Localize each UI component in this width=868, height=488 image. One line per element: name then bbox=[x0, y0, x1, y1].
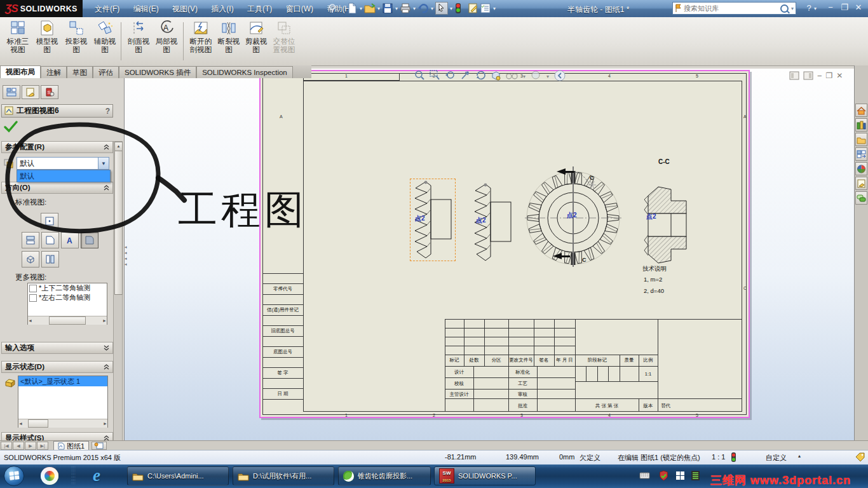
tray-keyboard-icon[interactable] bbox=[639, 470, 650, 481]
help-caret[interactable]: ▾ bbox=[813, 6, 817, 11]
search-caret[interactable]: ▾ bbox=[789, 6, 794, 11]
section-reference-configuration[interactable]: 参考配置(R) bbox=[1, 141, 113, 153]
status-display-caret[interactable]: ▴ bbox=[798, 453, 801, 459]
datum-note[interactable]: 点2 bbox=[567, 211, 577, 220]
crop-view-button[interactable]: 剪裁视图 bbox=[242, 20, 270, 63]
gear-section-view[interactable] bbox=[642, 186, 693, 264]
new-file-caret[interactable]: ▾ bbox=[359, 6, 363, 11]
tech-note-2[interactable]: 2, d=40 bbox=[644, 287, 664, 294]
scroll-left-icon[interactable]: ◄ bbox=[28, 318, 32, 323]
detail-view-button[interactable]: A 局部视图 bbox=[153, 20, 180, 63]
tab-sw-inspection[interactable]: SOLIDWORKS Inspection bbox=[196, 66, 293, 78]
sheet-nav-prev-button[interactable]: ◀ bbox=[13, 442, 24, 450]
appearance-icon[interactable] bbox=[531, 70, 541, 83]
help-icon[interactable]: ? bbox=[105, 107, 110, 116]
datum-note[interactable]: 点2 bbox=[476, 216, 486, 225]
properties-icon[interactable] bbox=[467, 3, 478, 14]
start-button[interactable] bbox=[4, 466, 24, 486]
undo-icon[interactable] bbox=[417, 3, 429, 14]
save-caret[interactable]: ▾ bbox=[395, 6, 398, 11]
taskbar-window-folder-c[interactable]: C:\Users\Admini... bbox=[127, 466, 229, 485]
tab-sw-addins[interactable]: SOLIDWORKS 插件 bbox=[119, 66, 196, 78]
datum-note[interactable]: 点2 bbox=[415, 214, 425, 223]
section-display-state[interactable]: 显示状态(D) bbox=[1, 361, 113, 373]
checkbox[interactable] bbox=[29, 294, 37, 302]
open-file-icon[interactable] bbox=[364, 3, 376, 14]
feature-manager-tab[interactable] bbox=[3, 85, 20, 99]
display-style-icon[interactable] bbox=[491, 70, 501, 83]
close-button[interactable]: ✕ bbox=[851, 3, 865, 12]
previous-view-icon[interactable] bbox=[445, 70, 456, 83]
internet-explorer-icon[interactable]: e bbox=[93, 466, 100, 485]
scroll-right-icon[interactable]: ► bbox=[102, 318, 107, 323]
undo-caret[interactable]: ▾ bbox=[430, 6, 434, 11]
menu-pin-icon[interactable] bbox=[328, 3, 337, 15]
display-state-item[interactable]: <默认>_显示状态 1 bbox=[18, 376, 107, 386]
scroll-right-icon[interactable]: ► bbox=[103, 421, 107, 426]
menu-edit[interactable]: 编辑(E) bbox=[128, 0, 165, 17]
configuration-dropdown-list[interactable]: 默认 bbox=[17, 170, 111, 182]
scroll-left-icon[interactable]: ◄ bbox=[18, 421, 23, 426]
dropdown-item-default[interactable]: 默认 bbox=[17, 170, 110, 182]
sheet-tab-1[interactable]: 图纸1 bbox=[53, 441, 89, 451]
tech-note-1[interactable]: 1, m=2 bbox=[644, 276, 662, 283]
tab-annotation[interactable]: 注解 bbox=[41, 66, 67, 78]
scroll-thumb[interactable] bbox=[49, 316, 86, 325]
select-caret[interactable]: ▾ bbox=[449, 6, 453, 11]
view-isometric-button[interactable] bbox=[22, 251, 39, 268]
pane-split-left-button[interactable] bbox=[789, 71, 799, 82]
section-import-options[interactable]: 输入选项 bbox=[1, 342, 113, 354]
open-file-caret[interactable]: ▾ bbox=[377, 6, 381, 11]
taskbar-window-folder-d[interactable]: D:\试用软件\有用... bbox=[233, 466, 334, 485]
view-annotation-button[interactable]: A bbox=[61, 232, 79, 248]
sheet-nav-last-button[interactable]: ▶| bbox=[37, 442, 48, 450]
menu-view[interactable]: 视图(V) bbox=[166, 0, 203, 17]
view-top-bottom-button[interactable] bbox=[22, 232, 39, 248]
status-display-mode[interactable]: 自定义 bbox=[766, 453, 787, 463]
menu-tools[interactable]: 工具(T) bbox=[241, 0, 278, 17]
design-library-tab[interactable] bbox=[855, 118, 867, 132]
child-close-button[interactable]: ✕ bbox=[836, 71, 843, 82]
task-pane-home-tab[interactable] bbox=[855, 104, 867, 117]
tray-antivirus-icon[interactable] bbox=[658, 470, 669, 481]
hud-caret[interactable]: ▾ bbox=[522, 74, 526, 79]
display-state-list[interactable]: <默认>_显示状态 1 ◄► bbox=[18, 376, 108, 428]
menu-window[interactable]: 窗口(W) bbox=[280, 0, 319, 17]
custom-properties-tab[interactable] bbox=[855, 177, 867, 190]
section-view-button[interactable]: 剖面视图 bbox=[125, 20, 153, 63]
status-tag-icon[interactable] bbox=[855, 452, 865, 463]
view-front-button[interactable] bbox=[41, 213, 58, 229]
restore-button[interactable]: ❐ bbox=[837, 3, 851, 12]
model-view-button[interactable]: 模型视图 bbox=[33, 20, 61, 63]
view-side-button[interactable] bbox=[41, 232, 59, 248]
break-view-button[interactable]: 断裂视图 bbox=[215, 20, 243, 63]
print-caret[interactable]: ▾ bbox=[412, 6, 416, 11]
tab-view-layout[interactable]: 视图布局 bbox=[0, 65, 41, 78]
status-traffic-light-icon[interactable] bbox=[731, 452, 736, 463]
scroll-thumb[interactable] bbox=[114, 151, 123, 295]
section-view-hud-icon[interactable] bbox=[460, 70, 471, 83]
minimize-button[interactable]: − bbox=[824, 3, 837, 12]
combo-dropdown-icon[interactable]: ▼ bbox=[98, 158, 109, 169]
graphics-area[interactable]: A C A C 1 2 3 4 5 1 2 3 4 5 零件代号 借(通)用件登… bbox=[125, 69, 854, 440]
taskbar-toolbar-handle[interactable]: ∷∷∷∷∷∷∷∷∷∷∷∷ bbox=[71, 466, 78, 486]
scroll-up-icon[interactable]: ▲ bbox=[114, 142, 123, 151]
appearances-tab[interactable] bbox=[855, 162, 867, 175]
h-scrollbar[interactable]: ◄► bbox=[18, 419, 107, 428]
view-two-view-button[interactable] bbox=[41, 251, 59, 268]
view-palette-tab[interactable] bbox=[855, 147, 867, 161]
taskbar-window-browser[interactable]: 锥齿轮齿廓投影... bbox=[338, 466, 431, 485]
scroll-thumb[interactable] bbox=[28, 419, 48, 428]
hud-caret-2[interactable]: ▾ bbox=[546, 74, 550, 79]
ok-button[interactable] bbox=[4, 120, 18, 135]
save-icon[interactable] bbox=[382, 3, 393, 14]
h-scrollbar[interactable]: ◄► bbox=[28, 316, 107, 325]
list-item[interactable]: *左右二等角轴测 bbox=[28, 293, 107, 302]
child-restore-button[interactable]: ❐ bbox=[826, 71, 833, 82]
configuration-manager-tab[interactable]: S bbox=[41, 85, 58, 99]
panel-scrollbar[interactable]: ▲ ▼ bbox=[113, 141, 123, 488]
drawing-sheet[interactable]: A C A C 1 2 3 4 5 1 2 3 4 5 零件代号 借(通)用件登… bbox=[259, 70, 750, 418]
hide-show-items-icon[interactable] bbox=[506, 71, 518, 82]
sheet-nav-first-button[interactable]: |◀ bbox=[1, 442, 12, 450]
file-explorer-tab[interactable] bbox=[855, 133, 867, 146]
